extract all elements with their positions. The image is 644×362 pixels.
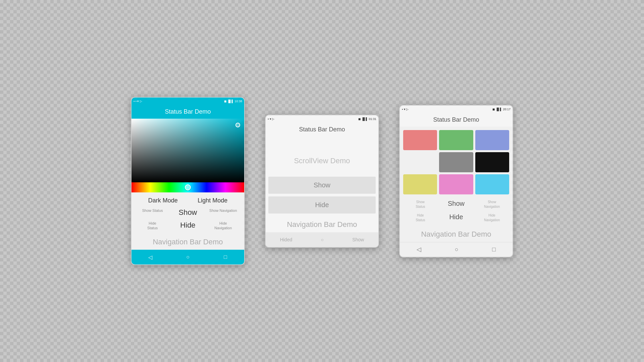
phone3-status-left: ▪ ▾ ▷ [402, 108, 409, 111]
phone1-color-picker[interactable] [131, 119, 244, 192]
phone1-title: Status Bar Demo [165, 108, 211, 115]
phone1-status-left: ▪ ▪ ▾ ▷ [133, 100, 142, 103]
phone2-show-nav-label[interactable]: Show [352, 237, 364, 242]
phone3-hide[interactable]: Hide [439, 213, 474, 223]
phone3-swatch-yellow[interactable] [403, 174, 437, 194]
phone1-nav-bar: ◁ ○ □ [131, 250, 244, 264]
phone1-bar-controls-hide: HideStatus Hide HideNavigation [131, 219, 244, 233]
phone3-status-right: ◼ ▐▌▌ 20:17 [492, 108, 511, 111]
phone3-swatch-black[interactable] [475, 152, 509, 172]
phone1-recents-btn[interactable]: □ [221, 252, 230, 262]
phone1-status-bar: ▪ ▪ ▾ ▷ ◼ ▐▌▌ 10:38 [131, 98, 244, 105]
phone-1: ▪ ▪ ▾ ▷ ◼ ▐▌▌ 10:38 Status Bar Demo Dark… [131, 97, 245, 265]
phone3-swatch-pink[interactable] [439, 174, 473, 194]
phone3-recents-btn[interactable]: □ [492, 246, 496, 253]
phone2-status-left: ▪ ▾ ▷ [268, 117, 274, 121]
phone1-color-gradient[interactable] [131, 119, 244, 182]
phone2-nav-bar-demo-label: Navigation Bar Demo [266, 215, 378, 232]
phone3-back-btn[interactable]: ◁ [417, 246, 421, 253]
phone3-swatch-empty [403, 152, 437, 172]
phone2-status-bar: ▪ ▾ ▷ ◼ ▐▌▌ 01:31 [266, 115, 378, 123]
phone1-bar-controls-show: Show Status Show Show Navigation [131, 206, 244, 219]
phone3-nav-bar: ◁ ○ □ [400, 242, 513, 257]
phone3-hide-status[interactable]: HideStatus [403, 213, 438, 223]
phone2-show-btn[interactable]: Show [268, 177, 376, 194]
phone1-mode-row: Dark Mode Light Mode [131, 192, 244, 206]
phone1-hide-navigation[interactable]: HideNavigation [206, 221, 240, 231]
phone1-show-main: Show [171, 208, 205, 217]
phone1-rainbow-bar[interactable] [131, 182, 244, 192]
phone1-hide-navigation-label: HideNavigation [206, 221, 240, 231]
phone3-title: Status Bar Demo [433, 116, 479, 123]
phone1-home-btn[interactable]: ○ [183, 252, 193, 262]
phone1-hide-status-label: HideStatus [136, 221, 169, 231]
phone1-hide-status[interactable]: HideStatus [136, 221, 169, 231]
phone1-show-navigation[interactable]: Show Navigation [206, 208, 240, 217]
phone3-status-bar: ▪ ▾ ▷ ◼ ▐▌▌ 20:17 [400, 106, 513, 113]
phone1-app-bar: Status Bar Demo [131, 105, 244, 119]
phone2-nav-bar: Hided ○ Show [266, 232, 378, 247]
phone3-swatch-cyan[interactable] [475, 174, 509, 194]
phone2-scroll-section-title: ScrollView Demo [266, 136, 378, 175]
phone3-color-grid [400, 127, 513, 198]
phone3-show-navigation[interactable]: ShowNavigation [475, 200, 509, 209]
phone3-show-status[interactable]: ShowStatus [403, 200, 438, 209]
phone1-show-status-label: Show Status [136, 208, 169, 213]
phone1-rainbow-handle[interactable] [185, 184, 191, 190]
phone1-hide-main: Hide [171, 221, 205, 230]
phone1-hide[interactable]: Hide [171, 221, 205, 231]
phone3-hide-navigation[interactable]: HideNavigation [475, 213, 509, 223]
phone1-light-mode-btn[interactable]: Light Mode [198, 197, 227, 204]
phone2-hided-label[interactable]: Hided [280, 237, 292, 242]
phone1-dark-mode-btn[interactable]: Dark Mode [148, 197, 178, 204]
phone3-bar-controls-hide: HideStatus Hide HideNavigation [400, 211, 513, 225]
phone3-swatch-gray[interactable] [439, 152, 473, 172]
phone2-hide-btn[interactable]: Hide [268, 196, 376, 214]
phone2-content: ScrollView Demo Show Hide Navigation Bar… [266, 136, 378, 247]
phone-2: ▪ ▾ ▷ ◼ ▐▌▌ 01:31 Status Bar Demo Scroll… [265, 115, 379, 248]
phone3-home-btn[interactable]: ○ [455, 246, 459, 253]
phone3-show[interactable]: Show [439, 200, 474, 209]
phone1-color-circle[interactable] [235, 123, 240, 127]
phone1-back-btn[interactable]: ◁ [146, 252, 155, 262]
phone1-status-right: ◼ ▐▌▌ 10:38 [224, 100, 242, 103]
phone2-title: Status Bar Demo [299, 126, 345, 133]
phone1-show-status[interactable]: Show Status [136, 208, 169, 217]
phone3-swatch-salmon[interactable] [403, 130, 437, 150]
phone3-swatch-green[interactable] [439, 130, 473, 150]
phone3-swatch-purple[interactable] [475, 130, 509, 150]
phone2-home-btn[interactable]: ○ [321, 237, 324, 242]
phone-3: ▪ ▾ ▷ ◼ ▐▌▌ 20:17 Status Bar Demo ShowSt… [399, 105, 513, 257]
phone3-bar-controls-show: ShowStatus Show ShowNavigation [400, 198, 513, 211]
phone1-show[interactable]: Show [171, 208, 205, 217]
phone2-app-bar: Status Bar Demo [266, 123, 378, 136]
phone3-app-bar: Status Bar Demo [400, 113, 513, 127]
phone2-status-right: ◼ ▐▌▌ 01:31 [358, 117, 376, 121]
phone1-nav-bar-demo-label: Navigation Bar Demo [131, 232, 244, 250]
phone3-nav-bar-demo-label: Navigation Bar Demo [400, 225, 513, 242]
phone1-show-navigation-label: Show Navigation [206, 208, 240, 213]
